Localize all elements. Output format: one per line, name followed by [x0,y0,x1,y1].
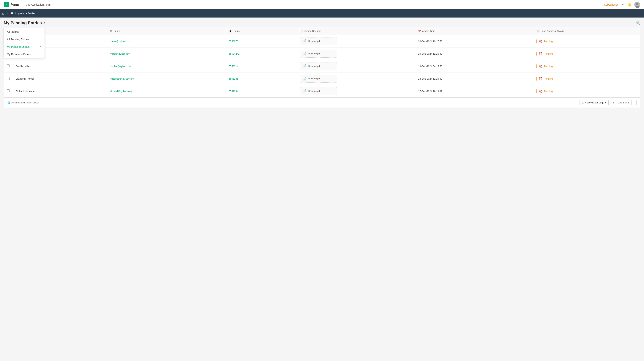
resume-icon: 📄 [300,30,303,32]
row-resume-2: 📄 Resume.pdf [297,60,415,72]
row-email-0: steve@zylker.com [107,35,226,48]
pagination-bar: 🌐 All times are in Asia/Kolkata 10 Recor… [4,98,640,108]
top-nav-left: F Forms | Job Application Form [4,2,50,7]
row-resume-0: 📄 Resume.pdf [297,35,415,48]
status-icon: ⬜ [536,30,540,32]
timezone-info: 🌐 All times are in Asia/Kolkata [8,102,39,104]
home-button[interactable]: ⌂ [2,12,4,16]
phone-link-2[interactable]: 5553214 [229,65,238,68]
email-link-3[interactable]: elizabeth@zylker.com [110,77,134,80]
row-email-2: sophie@zylker.com [107,60,226,72]
pending-icon-2: ⏰ [539,64,543,68]
dropdown-item-label: All Pending Entries [7,38,29,41]
sub-nav-label: Approval - Entries [15,12,36,15]
records-per-page-label: 10 Records per page [582,101,604,104]
col-header-form-approval-status: ⬜ Form Approval Status [534,27,640,35]
entries-table: ✉ Email 📱 Phone 📄 Upload Resume [4,27,640,97]
col-header-email: ✉ Email [107,27,226,35]
pending-icon-0: ⏰ [539,40,543,43]
row-status-3: ⏰ Pending [534,72,640,85]
prev-page-button[interactable]: ‹ [611,100,616,105]
resume-file-3[interactable]: 📄 Resume.pdf [300,75,337,82]
page-info: 1 to 5 of 5 [618,101,629,104]
page-title-row[interactable]: My Pending Entries ∧ [4,20,46,25]
subscription-link[interactable]: Subscription [604,3,618,6]
file-icon-0: 📄 [302,39,307,44]
table-row: Elizabeth, Parker elizabeth@zylker.com 5… [4,72,640,85]
time-icon: 📅 [418,30,421,32]
sub-nav-separator: / [7,12,8,15]
status-col-label: Form Approval Status [540,30,564,32]
time-col-label: Added Time [422,30,435,32]
table-row: Richard, Johnson richard@zylker.com 5551… [4,85,640,98]
file-name-0: Resume.pdf [308,40,320,42]
email-icon: ✉ [110,30,112,32]
email-col-label: Email [114,30,120,32]
row-phone-2: 5553214 [226,60,297,72]
phone-col-label: Phone [233,30,240,32]
forms-logo: F Forms [4,2,20,7]
col-header-added-time: 📅 Added Time [415,27,534,35]
col-header-resume: 📄 Upload Resume [297,27,415,35]
search-icon[interactable]: 🔍 [636,21,640,25]
row-status-0: ⏰ Pending [534,35,640,48]
email-link-1[interactable]: victor@zylker.com [110,52,130,55]
bell-icon[interactable]: 🔔 [627,2,631,7]
row-time-2: 19-Sep-2024 04:15:50 [415,60,534,72]
dropdown-item-my-reviewed[interactable]: My Reviewed Entries [4,50,44,58]
file-icon-1: 📄 [302,52,307,56]
status-label-0: Pending [544,40,553,43]
dropdown-item-my-pending[interactable]: My Pending Entries ✓ [4,43,44,50]
row-status-2: ⏰ Pending [534,60,640,72]
status-label-2: Pending [544,65,553,68]
phone-link-3[interactable]: 5551235 [229,77,238,80]
pending-icon-3: ⏰ [539,77,543,80]
breadcrumb-separator: | [22,3,23,6]
row-status-1: ⏰ Pending [534,48,640,60]
table-row: Victor, Y victor@zylker.com 55534242 📄 R… [4,48,640,60]
resume-col-label: Upload Resume [304,30,321,32]
email-link-0[interactable]: steve@zylker.com [110,40,130,43]
sub-nav-item: ☰ Approval - Entries [11,12,36,15]
row-phone-4: 5551234 [226,85,297,98]
records-per-page-select[interactable]: 10 Records per page ▾ [580,100,608,105]
row-phone-3: 5551235 [226,72,297,85]
sub-nav: ⌂ / ☰ Approval - Entries [0,9,644,18]
row-checkbox-3[interactable] [7,77,10,80]
file-name-4: Resume.pdf [308,90,320,92]
sub-nav-icon: ☰ [11,12,14,15]
chevron-up-icon: ∧ [43,21,46,25]
phone-icon: 📱 [229,30,232,32]
pagination-right: 10 Records per page ▾ ‹ 1 to 5 of 5 › [580,100,636,105]
resume-file-0[interactable]: 📄 Resume.pdf [300,37,337,45]
dropdown-item-all-entries[interactable]: All Entries [4,28,44,36]
dropdown-item-label: All Entries [7,30,19,33]
email-link-4[interactable]: richard@zylker.com [110,90,132,93]
timezone-label: All times are in Asia/Kolkata [11,102,39,104]
phone-link-1[interactable]: 55534242 [229,52,240,55]
row-checkbox-4[interactable] [7,90,10,92]
resume-file-4[interactable]: 📄 Resume.pdf [300,87,337,95]
top-nav-right: Subscription ✂ 🔔 [604,2,640,8]
avatar[interactable] [634,2,640,8]
email-link-2[interactable]: sophie@zylker.com [110,65,131,68]
status-label-3: Pending [544,77,553,80]
row-status-4: ⏰ Pending [534,85,640,98]
row-phone-1: 55534242 [226,48,297,60]
resume-file-1[interactable]: 📄 Resume.pdf [300,50,337,58]
row-email-4: richard@zylker.com [107,85,226,98]
row-time-3: 18-Sep-2024 12:10:49 [415,72,534,85]
tools-icon[interactable]: ✂ [622,2,624,7]
row-checkbox-cell [4,60,13,72]
phone-link-0[interactable]: 5558978 [229,40,238,43]
chevron-down-icon: ▾ [605,101,606,104]
phone-link-4[interactable]: 5551234 [229,90,238,93]
check-icon: ✓ [39,45,42,48]
row-checkbox-2[interactable] [7,64,10,67]
next-page-button[interactable]: › [631,100,636,105]
row-resume-1: 📄 Resume.pdf [297,48,415,60]
resume-file-2[interactable]: 📄 Resume.pdf [300,62,337,70]
row-phone-0: 5558978 [226,35,297,48]
file-name-2: Resume.pdf [308,65,320,68]
dropdown-item-all-pending[interactable]: All Pending Entries [4,36,44,43]
